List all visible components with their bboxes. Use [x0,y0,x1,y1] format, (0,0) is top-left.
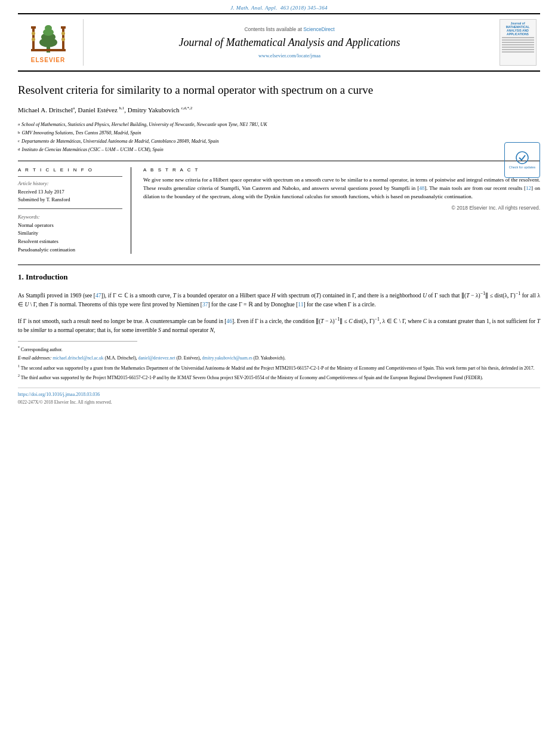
contents-available-text: Contents lists available at ScienceDirec… [244,26,334,32]
svg-point-10 [32,32,35,35]
keyword-2: Similarity [18,229,122,238]
section-title: Introduction [26,272,68,281]
abstract-copyright: © 2018 Elsevier Inc. All rights reserved… [143,205,540,211]
cover-decorative-lines [502,37,534,54]
ref-11[interactable]: 11 [298,302,303,308]
ref-47[interactable]: 47 [95,293,101,299]
section-number: 1. [18,272,24,281]
affiliation-d: d Instituto de Ciencias Matemáticas (CSI… [18,146,540,153]
svg-rect-9 [31,49,66,51]
keyword-4: Pseudoanalytic continuation [18,246,122,254]
journal-name: Journal of Mathematical Analysis and App… [179,36,400,49]
journal-title-box: Contents lists available at ScienceDirec… [84,19,495,66]
svg-rect-8 [61,26,66,29]
top-citation: J. Math. Anal. Appl. 463 (2018) 345–364 [0,0,558,13]
svg-point-13 [61,38,65,41]
abstract-text: We give some new criteria for a Hilbert … [143,176,540,201]
received-date: Received 13 July 2017 [18,188,122,196]
abstract-label: A B S T R A C T [143,167,540,173]
bottom-bar: https://doi.org/10.1016/j.jmaa.2018.03.0… [18,388,540,405]
affiliations-section: a School of Mathematics, Statistics and … [18,121,540,153]
footnote-emails: E-mail addresses: michael.dritschel@ncl.… [18,355,540,362]
check-updates-icon [516,151,529,164]
elsevier-brand-text: ELSEVIER [31,57,65,63]
article-info-column: A R T I C L E I N F O Article history: R… [18,167,131,254]
cover-title: Journal ofMATHEMATICALANALYSIS ANDAPPLIC… [506,21,530,36]
keywords-divider [18,208,122,209]
email-dritschel[interactable]: michael.dritschel@ncl.ac.uk [53,355,103,361]
submitted-by: Submitted by T. Ransford [18,196,122,204]
citation-text: J. Math. Anal. Appl. 463 (2018) 345–364 [230,5,327,11]
affiliation-c: c Departamento de Matemáticas, Universid… [18,138,540,145]
introduction-heading: 1. Introduction [18,272,540,282]
footnote-1: 1 The second author was supported by a g… [18,364,540,371]
svg-rect-7 [31,26,36,29]
svg-point-4 [45,25,52,31]
article-content: Resolvent criteria for similarity to a n… [18,72,540,382]
affiliation-a: a School of Mathematics, Statistics and … [18,121,540,128]
article-info-divider [18,176,122,177]
ref-46[interactable]: 46 [227,318,233,324]
article-history-label: Article history: [18,180,122,186]
keyword-1: Normal operators [18,222,122,230]
abstract-column: A B S T R A C T We give some new criteri… [143,167,540,254]
elsevier-tree-icon [27,21,69,54]
footnote-2: 2 The third author was supported by the … [18,373,540,381]
intro-paragraph-2: If Γ is not smooth, such a result need n… [18,316,540,336]
article-title: Resolvent criteria for similarity to a n… [18,82,388,98]
check-updates-label: Check for updates [509,165,536,169]
check-updates-badge: Check for updates [504,142,540,178]
elsevier-logo-box: ELSEVIER [18,19,84,66]
ref-12[interactable]: 12 [526,185,531,191]
page: J. Math. Anal. Appl. 463 (2018) 345–364 [0,0,558,756]
divider-after-affiliations [18,161,540,161]
science-direct-link[interactable]: ScienceDirect [303,26,334,32]
footnote-corresponding: * Corresponding author. [18,345,540,353]
intro-paragraph-1: As Stampfli proved in 1969 (see [47]), i… [18,290,540,310]
svg-point-11 [32,38,35,41]
doi-link[interactable]: https://doi.org/10.1016/j.jmaa.2018.03.0… [18,392,540,397]
keywords-label: Keywords: [18,214,122,220]
email-estevez[interactable]: daniel@destevez.net [138,355,175,361]
keyword-3: Resolvent estimates [18,238,122,246]
journal-header: ELSEVIER Contents lists available at Sci… [18,13,540,72]
svg-point-14 [516,152,528,164]
svg-point-12 [61,32,65,35]
footnotes-divider [18,341,137,342]
article-info-abstract-section: A R T I C L E I N F O Article history: R… [18,167,540,254]
affiliation-b: b GMV Innovating Solutions, Tres Cantos … [18,130,540,137]
issn-copyright: 0022-247X/© 2018 Elsevier Inc. All right… [18,399,112,405]
ref-48[interactable]: 48 [419,185,424,191]
journal-cover-image: Journal ofMATHEMATICALANALYSIS ANDAPPLIC… [500,19,537,66]
article-info-label: A R T I C L E I N F O [18,167,122,173]
email-yakubovich[interactable]: dmitry.yakubovich@uam.es [202,355,252,361]
section-divider [18,265,540,265]
journal-url[interactable]: www.elsevier.com/locate/jmaa [258,53,320,59]
journal-cover-box: Journal ofMATHEMATICALANALYSIS ANDAPPLIC… [495,19,540,66]
ref-37[interactable]: 37 [202,302,208,308]
authors-line: Michael A. Dritschela, Daniel Estévez b,… [18,105,540,116]
